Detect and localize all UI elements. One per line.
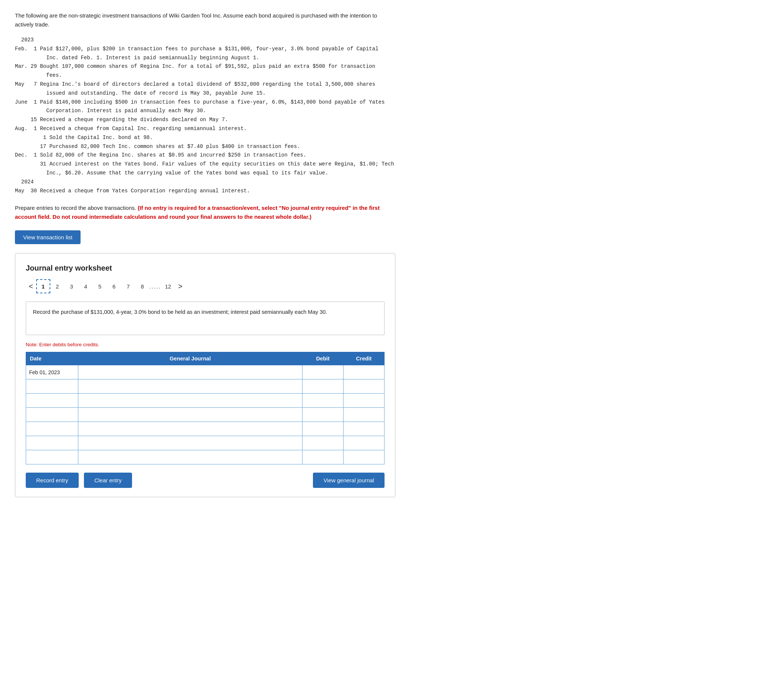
date-input[interactable]	[29, 422, 75, 436]
debit-input[interactable]	[303, 380, 343, 393]
credit-input[interactable]	[344, 450, 384, 464]
journal-cell[interactable]	[78, 408, 303, 422]
tabs-row: < 1 2 3 4 5 6 7 8 ..... 12 >	[26, 279, 385, 293]
debit-input[interactable]	[303, 365, 343, 379]
table-row	[26, 436, 385, 450]
date-input[interactable]	[29, 394, 75, 408]
journal-cell[interactable]	[78, 380, 303, 394]
date-input[interactable]	[29, 408, 75, 422]
date-cell	[26, 408, 78, 422]
journal-cell[interactable]	[78, 450, 303, 464]
credit-cell[interactable]	[344, 365, 385, 380]
journal-input[interactable]	[78, 408, 302, 422]
tab-prev-button[interactable]: <	[26, 281, 36, 292]
tab-5[interactable]: 5	[93, 279, 107, 293]
view-general-journal-button[interactable]: View general journal	[313, 473, 385, 488]
instructions-text: Prepare entries to record the above tran…	[15, 204, 395, 221]
tab-8[interactable]: 8	[135, 279, 150, 293]
worksheet-card: Journal entry worksheet < 1 2 3 4 5 6 7 …	[15, 253, 395, 497]
journal-input[interactable]	[78, 450, 302, 464]
date-input[interactable]	[29, 380, 75, 393]
table-row	[26, 450, 385, 464]
credit-input[interactable]	[344, 436, 384, 450]
credit-cell[interactable]	[344, 394, 385, 408]
clear-entry-button[interactable]: Clear entry	[84, 473, 132, 488]
credit-input[interactable]	[344, 380, 384, 393]
debit-cell[interactable]	[303, 380, 344, 394]
table-row	[26, 422, 385, 436]
credit-cell[interactable]	[344, 408, 385, 422]
credit-input[interactable]	[344, 394, 384, 408]
worksheet-title: Journal entry worksheet	[26, 264, 385, 273]
credit-cell[interactable]	[344, 422, 385, 436]
journal-input[interactable]	[78, 436, 302, 450]
credit-input[interactable]	[344, 408, 384, 422]
credit-input[interactable]	[344, 365, 384, 379]
col-credit-header: Credit	[344, 352, 385, 365]
record-entry-button[interactable]: Record entry	[26, 473, 79, 488]
date-cell	[26, 450, 78, 464]
tab-4[interactable]: 4	[79, 279, 93, 293]
debit-cell[interactable]	[303, 408, 344, 422]
debit-cell[interactable]	[303, 394, 344, 408]
debit-input[interactable]	[303, 436, 343, 450]
tab-2[interactable]: 2	[50, 279, 64, 293]
debit-input[interactable]	[303, 450, 343, 464]
journal-cell[interactable]	[78, 365, 303, 380]
journal-input[interactable]	[78, 365, 302, 379]
tab-7[interactable]: 7	[121, 279, 135, 293]
bottom-buttons: Record entry Clear entry View general jo…	[26, 473, 385, 488]
date-cell	[26, 394, 78, 408]
journal-input[interactable]	[78, 394, 302, 408]
debit-cell[interactable]	[303, 436, 344, 450]
tab-1[interactable]: 1	[36, 279, 50, 293]
date-cell	[26, 422, 78, 436]
col-journal-header: General Journal	[78, 352, 303, 365]
journal-input[interactable]	[78, 422, 302, 436]
note-text: Note: Enter debits before credits.	[26, 342, 385, 347]
journal-cell[interactable]	[78, 422, 303, 436]
date-cell	[26, 436, 78, 450]
debit-cell[interactable]	[303, 450, 344, 464]
debit-cell[interactable]	[303, 422, 344, 436]
date-cell: Feb 01, 2023	[26, 365, 78, 380]
date-input[interactable]	[29, 450, 75, 464]
credit-cell[interactable]	[344, 450, 385, 464]
transaction-description: Record the purchase of $131,000, 4-year,…	[26, 302, 385, 335]
debit-input[interactable]	[303, 394, 343, 408]
credit-input[interactable]	[344, 422, 384, 436]
credit-cell[interactable]	[344, 436, 385, 450]
table-row: Feb 01, 2023	[26, 365, 385, 380]
table-row	[26, 408, 385, 422]
col-debit-header: Debit	[303, 352, 344, 365]
journal-cell[interactable]	[78, 436, 303, 450]
intro-text: The following are the non-strategic inve…	[15, 11, 395, 29]
tab-ellipsis: .....	[150, 279, 161, 293]
journal-table: Date General Journal Debit Credit Feb 01…	[26, 352, 385, 464]
debit-input[interactable]	[303, 408, 343, 422]
debit-input[interactable]	[303, 422, 343, 436]
col-date-header: Date	[26, 352, 78, 365]
table-row	[26, 394, 385, 408]
tab-6[interactable]: 6	[107, 279, 121, 293]
view-transaction-button[interactable]: View transaction list	[15, 230, 81, 244]
transactions-block: 2023 Feb. 1 Paid $127,000, plus $200 in …	[15, 36, 395, 195]
table-row	[26, 380, 385, 394]
tab-3[interactable]: 3	[64, 279, 79, 293]
journal-cell[interactable]	[78, 394, 303, 408]
credit-cell[interactable]	[344, 380, 385, 394]
date-cell	[26, 380, 78, 394]
instructions-prefix: Prepare entries to record the above tran…	[15, 205, 138, 211]
date-input[interactable]	[29, 436, 75, 450]
journal-input[interactable]	[78, 380, 302, 393]
debit-cell[interactable]	[303, 365, 344, 380]
tab-12[interactable]: 12	[161, 279, 175, 293]
tab-next-button[interactable]: >	[175, 281, 186, 292]
